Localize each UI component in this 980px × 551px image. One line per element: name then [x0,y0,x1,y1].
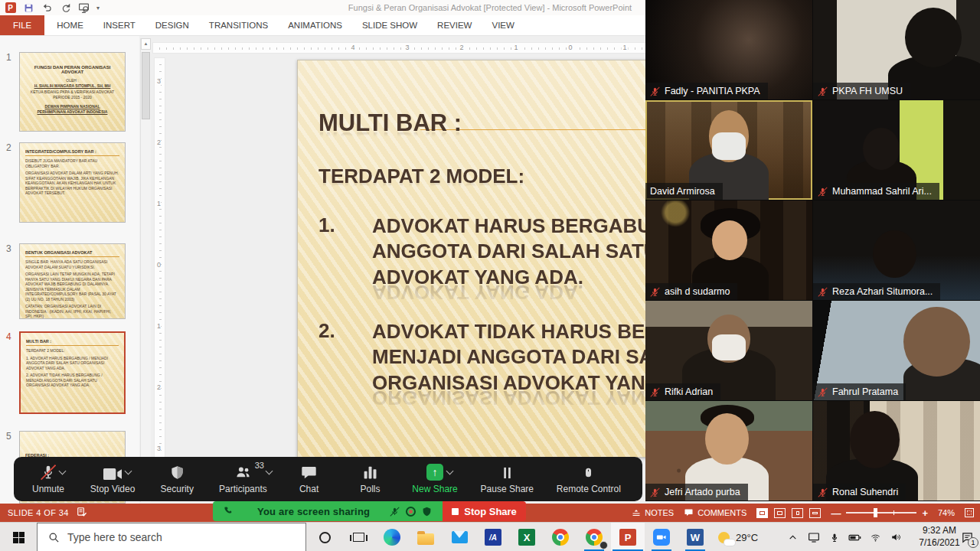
video-tile[interactable]: Jefri Artado purba [645,401,812,500]
zoom-in-button[interactable]: + [922,507,928,519]
fit-slide-to-window-icon[interactable] [965,508,974,517]
new-share-button[interactable]: ↑ New Share [412,464,457,494]
thumbnail-number: 4 [6,331,11,342]
display-cast-tray-icon[interactable] [803,532,824,543]
participant-name-tag: Reza Azhari Situmora... [813,283,940,300]
tab-file[interactable]: FILE [0,15,44,35]
taskbar-search-box[interactable] [37,523,306,551]
stop-video-button[interactable]: Stop Video [90,464,136,494]
word-taskbar-button[interactable]: W [678,523,712,551]
security-button[interactable]: Security [158,464,196,494]
polls-icon [362,465,378,481]
participant-name-tag: Jefri Artado purba [645,484,748,500]
excel-icon: X [518,529,535,546]
save-icon[interactable] [23,2,34,14]
video-tile-active-speaker[interactable]: David Armirosa [645,100,812,200]
thumbnail-scrollbar[interactable]: ▲ [140,38,151,502]
ina-app-taskbar-button[interactable]: /A [476,523,510,551]
microphone-tray-icon[interactable] [824,532,844,543]
zoom-taskbar-button[interactable] [645,523,678,551]
slideshow-view-button[interactable] [809,508,821,518]
task-view-button[interactable] [341,523,375,551]
file-explorer-icon [417,533,434,545]
chrome-taskbar-button[interactable] [544,523,577,551]
wifi-tray-icon[interactable] [865,533,886,543]
video-tile[interactable]: Ronal Suhendri [813,401,980,500]
tab-insert[interactable]: INSERT [93,15,145,35]
qat-customize-icon[interactable]: ▾ [96,5,100,11]
participant-name-tag: Fahrul Pratama [813,383,906,400]
zoom-out-button[interactable]: — [831,507,841,519]
edge-taskbar-button[interactable] [375,523,409,551]
video-tile[interactable]: Rifki Adrian [645,301,812,400]
notes-button[interactable]: NOTES [632,508,674,517]
video-tile[interactable]: Fahrul Pratama [813,301,980,400]
pause-share-button[interactable]: Pause Share [481,464,534,494]
mail-taskbar-button[interactable] [443,523,476,551]
video-tile[interactable]: PKPA FH UMSU [813,0,980,99]
undo-icon[interactable] [41,2,53,14]
slide-thumbnail-1[interactable]: FUNGSI DAN PERAN ORGANISASI ADVOKAT OLEH… [19,52,126,132]
video-options-chevron[interactable] [125,468,132,475]
participants-icon [234,465,252,481]
slide-thumbnail-3[interactable]: BENTUK ORGANISASI ADVOKAT SINGLE BAR: HA… [19,243,126,319]
zoom-slider[interactable] [846,512,916,514]
ruler-number: 0 [157,260,161,269]
normal-view-button[interactable] [756,508,768,518]
comments-button[interactable]: COMMENTS [684,508,746,517]
cortana-button[interactable] [308,523,341,551]
slide-sorter-view-button[interactable] [774,508,786,518]
volume-tray-icon[interactable] [886,532,906,543]
video-tile[interactable]: Reza Azhari Situmora... [813,201,980,300]
tab-design[interactable]: DESIGN [145,15,199,35]
slide-subtitle[interactable]: TERDAPAT 2 MODEL: [318,165,524,188]
tab-review[interactable]: REVIEW [427,15,482,35]
start-slideshow-icon[interactable] [78,2,90,14]
unmute-button[interactable]: Unmute [29,464,67,494]
remote-control-button[interactable]: Remote Control [557,464,621,494]
tab-animations[interactable]: ANIMATIONS [278,15,352,35]
unmute-options-chevron[interactable] [59,468,67,475]
redo-icon[interactable] [60,2,71,14]
spell-check-icon[interactable] [77,507,87,519]
chat-button[interactable]: Chat [290,464,328,494]
share-options-chevron[interactable] [446,468,454,475]
video-tile[interactable]: Muhammad Sahril Ari... [813,100,980,200]
zoom-control[interactable]: — + [831,507,928,519]
word-icon: W [687,529,704,546]
weather-widget[interactable]: 29°C [718,523,758,551]
participants-options-chevron[interactable] [265,468,273,475]
slide-title[interactable]: MULTI BAR : [318,109,462,137]
ina-app-icon: /A [485,529,501,546]
zoom-percentage[interactable]: 74% [938,508,955,517]
ruler-number: 1 [621,44,628,51]
polls-button[interactable]: Polls [351,464,390,494]
tab-slide-show[interactable]: SLIDE SHOW [352,15,427,35]
video-tile[interactable]: Fadly - PANITIA PKPA [645,0,812,99]
quick-access-toolbar: P ▾ [5,2,100,14]
file-explorer-taskbar-button[interactable] [409,523,443,551]
show-hidden-icons-button[interactable] [782,533,803,543]
mic-muted-icon [390,507,400,517]
tab-home[interactable]: HOME [47,15,93,35]
slide-thumbnail-2[interactable]: INTEGRATED/COMPULSORY BAR : DISEBUT JUGA… [19,142,126,223]
video-tile[interactable]: asih d sudarmo [645,201,812,300]
stop-share-button[interactable]: Stop Share [443,501,526,521]
powerpoint-taskbar-button[interactable]: P [611,523,645,551]
mini-paragraph: ORGANISASI ADVOKAT DALAM ARTI YANG PENUH… [25,171,119,196]
excel-taskbar-button[interactable]: X [510,523,544,551]
action-center-button[interactable]: 1 [956,523,978,551]
start-button[interactable] [0,523,37,551]
battery-tray-icon[interactable] [844,533,865,543]
tab-view[interactable]: VIEW [482,15,524,35]
search-input[interactable] [67,531,274,543]
scrollbar-thumb[interactable] [142,52,150,119]
profile-badge-icon [599,541,608,549]
zoom-slider-thumb[interactable] [874,508,877,517]
scrollbar-up-arrow[interactable]: ▲ [141,38,151,50]
chrome-profile-taskbar-button[interactable] [577,523,611,551]
participants-button[interactable]: 33 Participants [219,464,267,494]
reading-view-button[interactable] [792,508,803,518]
tab-transitions[interactable]: TRANSITIONS [199,15,278,35]
slide-thumbnail-4-selected[interactable]: MULTI BAR : TERDAPAT 2 MODEL: 1. ADVOKAT… [19,331,126,414]
